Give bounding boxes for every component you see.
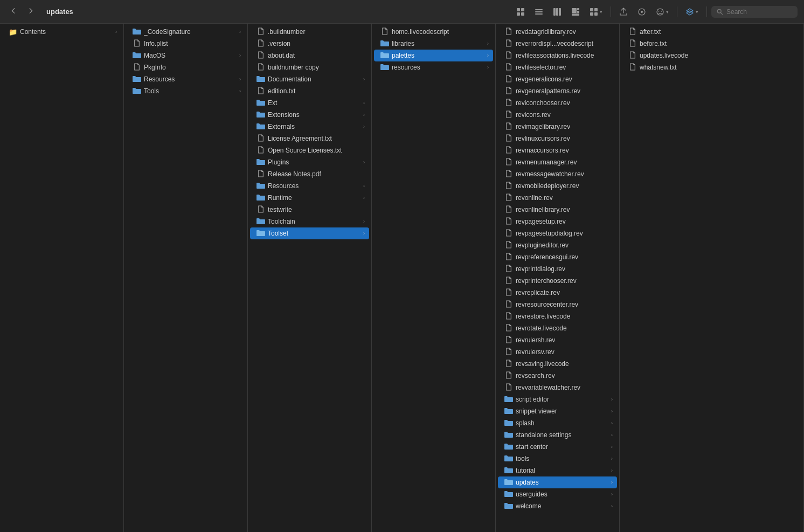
list-item[interactable]: revgeneralicons.rev [498,73,617,85]
list-item[interactable]: Resources› [126,73,245,85]
item-name: Tools [144,87,237,95]
list-item[interactable]: revmessagewatcher.rev [498,168,617,180]
gallery-view-button[interactable] [567,5,584,19]
search-box[interactable] [711,6,798,18]
list-item[interactable]: home.livecodescript [374,26,493,38]
list-item[interactable]: revrotate.livecode [498,322,617,334]
list-item[interactable]: revfileassociations.livecode [498,50,617,61]
column-view-button[interactable] [549,5,565,19]
list-item[interactable]: .version [250,38,369,50]
list-item[interactable]: PkgInfo [126,61,245,73]
folder-icon [504,431,513,439]
list-view-button[interactable] [531,5,547,19]
list-item[interactable]: revlinuxcursors.rev [498,133,617,144]
list-item[interactable]: revimagelibrary.rev [498,121,617,133]
list-item[interactable]: .buildnumber [250,26,369,38]
list-item[interactable]: tutorial› [498,465,617,476]
list-item[interactable]: script editor› [498,393,617,405]
list-item[interactable]: Toolchain› [250,216,369,227]
list-item[interactable]: revfileselector.rev [498,61,617,73]
view-options-button[interactable]: ▾ [586,5,606,19]
list-item[interactable]: tools› [498,453,617,465]
list-item[interactable]: userguides› [498,488,617,500]
list-item[interactable]: revicons.rev [498,109,617,121]
list-item[interactable]: after.txt [622,26,801,38]
list-item[interactable]: revdatagridlibrary.rev [498,26,617,38]
list-item[interactable]: MacOS› [126,50,245,61]
list-item[interactable]: revmobiledeployer.rev [498,180,617,192]
chevron-right-icon: › [363,124,365,129]
list-item[interactable]: resources› [374,61,493,73]
file-icon [628,39,637,49]
list-item[interactable]: testwrite [250,204,369,216]
list-item[interactable]: Runtime› [250,192,369,204]
list-item[interactable]: Resources› [250,180,369,192]
list-item[interactable]: revpagesetupdialog.rev [498,227,617,239]
icon-view-button[interactable] [512,5,529,19]
list-item[interactable]: standalone settings› [498,429,617,441]
list-item[interactable]: updates› [498,476,617,488]
search-input[interactable] [726,8,791,16]
item-name: Externals [268,123,361,130]
list-item[interactable]: revrestore.livecode [498,310,617,322]
list-item[interactable]: revrulersv.rev [498,346,617,358]
item-name: PkgInfo [144,64,241,71]
list-item[interactable]: edition.txt [250,85,369,97]
list-item[interactable]: revprintdialog.rev [498,263,617,275]
list-item[interactable]: revsaving.livecode [498,358,617,370]
list-item[interactable]: revgeneralpatterns.rev [498,85,617,97]
list-item[interactable]: updates.livecode [622,50,801,61]
list-item[interactable]: welcome› [498,500,617,512]
list-item[interactable]: Open Source Licenses.txt [250,144,369,156]
list-item[interactable]: reviconchooser.rev [498,97,617,109]
item-name: tutorial [516,467,608,474]
item-name: Ext [268,99,361,107]
window-title: updates [46,8,73,16]
list-item[interactable]: Tools› [126,85,245,97]
list-item[interactable]: Release Notes.pdf [250,168,369,180]
list-item[interactable]: License Agreement.txt [250,133,369,144]
file-icon [504,288,513,298]
tag-button[interactable] [634,5,650,19]
folder-icon [133,28,141,36]
list-item[interactable]: Documentation› [250,73,369,85]
list-item[interactable]: Plugins› [250,156,369,168]
list-item[interactable]: revpreferencesgui.rev [498,251,617,263]
list-item[interactable]: splash› [498,417,617,429]
item-name: start center [516,443,608,451]
list-item[interactable]: palettes› [374,50,493,61]
back-button[interactable] [6,5,20,19]
list-item[interactable]: snippet viewer› [498,405,617,417]
list-item[interactable]: Extensions› [250,109,369,121]
smiley-button[interactable]: ▾ [652,5,673,19]
list-item[interactable]: revresourcecenter.rev [498,299,617,310]
list-item[interactable]: revrulersh.rev [498,334,617,346]
list-item[interactable]: revmenumanager.rev [498,156,617,168]
list-item[interactable]: revplugineditor.rev [498,239,617,251]
list-item[interactable]: buildnumber copy [250,61,369,73]
list-item[interactable]: revsearch.rev [498,370,617,382]
list-item[interactable]: reverrordispl...vecodescript [498,38,617,50]
list-item[interactable]: libraries› [374,38,493,50]
list-item[interactable]: revonlinelibrary.rev [498,204,617,216]
list-item[interactable]: revreplicate.rev [498,287,617,299]
list-item[interactable]: _CodeSignature› [126,26,245,38]
list-item[interactable]: start center› [498,441,617,453]
list-item[interactable]: whatsnew.txt [622,61,801,73]
list-item[interactable]: revpagesetup.rev [498,216,617,227]
list-item[interactable]: Toolset› [250,227,369,239]
list-item[interactable]: Ext› [250,97,369,109]
dropbox-button[interactable]: ▾ [682,5,702,19]
list-item[interactable]: 📁 Contents › [2,26,121,38]
share-button[interactable] [615,5,632,19]
list-item[interactable]: about.dat [250,50,369,61]
list-item[interactable]: revonline.rev [498,192,617,204]
list-item[interactable]: revvariablewatcher.rev [498,382,617,393]
list-item[interactable]: before.txt [622,38,801,50]
list-item[interactable]: revprinterchooser.rev [498,275,617,287]
list-item[interactable]: Externals› [250,121,369,133]
list-item[interactable]: Info.plist [126,38,245,50]
item-name: Release Notes.pdf [268,170,365,178]
forward-button[interactable] [24,5,38,19]
list-item[interactable]: revmaccursors.rev [498,144,617,156]
